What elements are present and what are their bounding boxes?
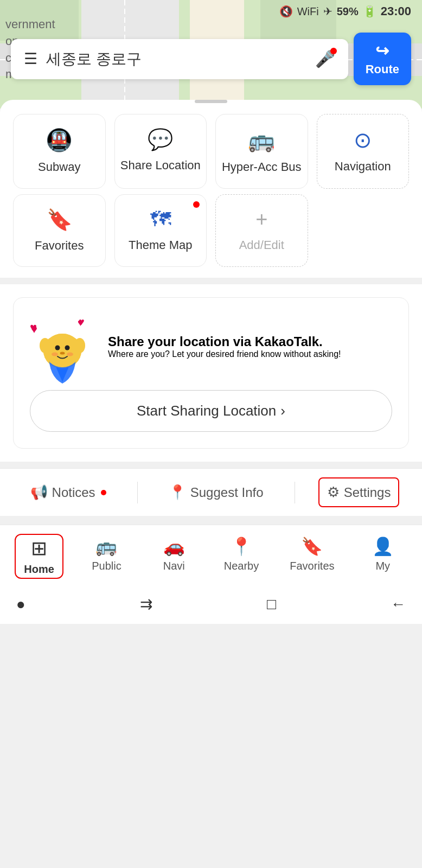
nav-label-public: Public <box>92 560 121 572</box>
add-edit-label: Add/Edit <box>239 238 284 253</box>
navigation-label: Navigation <box>335 159 391 175</box>
promo-subtitle: Where are you? Let your desired friend k… <box>108 349 341 359</box>
hyper-acc-bus-tile[interactable]: 🚌 Hyper-Acc Bus <box>215 114 308 189</box>
battery-percentage: 59% <box>337 5 359 18</box>
svg-point-23 <box>45 335 80 367</box>
section-divider-3 <box>0 516 422 525</box>
favorites-icon: 🔖 <box>47 208 72 232</box>
svg-point-25 <box>65 346 70 350</box>
android-back-button[interactable]: ← <box>391 596 406 613</box>
nav-label-home: Home <box>24 563 54 576</box>
svg-point-24 <box>55 346 60 350</box>
notices-notification-dot <box>101 490 106 495</box>
share-location-label: Share Location <box>120 158 201 174</box>
nav-item-my[interactable]: 👤 My <box>359 534 407 575</box>
settings-gear-icon: ⚙ <box>327 484 340 501</box>
route-button[interactable]: ↪ Route <box>354 33 411 85</box>
android-recents-button[interactable]: ⇉ <box>140 595 152 613</box>
notices-speaker-icon: 📢 <box>30 484 48 501</box>
route-arrow-icon: ↪ <box>375 41 389 60</box>
navigation-tile[interactable]: ⊙ Navigation <box>317 114 410 189</box>
battery-icon: 🔋 <box>363 5 376 18</box>
share-location-icon: 💬 <box>148 127 173 151</box>
hyper-acc-bus-icon: 🚌 <box>248 127 275 153</box>
svg-text:♥: ♥ <box>30 321 37 334</box>
promo-btn-arrow-icon: › <box>280 403 285 419</box>
start-sharing-label: Start Sharing Location <box>137 403 276 419</box>
nav-label-navi: Navi <box>163 560 185 572</box>
search-bar[interactable]: ☰ 세종로 종로구 🎤 <box>11 39 348 79</box>
clock: 23:00 <box>381 4 411 18</box>
favorites-tile[interactable]: 🔖 Favorites <box>13 194 106 267</box>
svg-point-26 <box>60 352 65 355</box>
airplane-icon: ✈ <box>323 5 333 18</box>
promo-text: Share your location via KakaoTalk. Where… <box>108 334 341 359</box>
theme-map-icon: 🗺 <box>150 208 171 231</box>
add-edit-tile[interactable]: + Add/Edit <box>215 194 308 267</box>
subway-tile[interactable]: 🚇 Subway <box>13 114 106 189</box>
theme-map-notification-dot <box>193 201 200 208</box>
promo-card: ♥ ♥ <box>13 297 409 449</box>
android-home-button[interactable]: □ <box>267 596 276 613</box>
home-grid-icon: ⊞ <box>31 537 47 560</box>
share-location-tile[interactable]: 💬 Share Location <box>114 114 207 189</box>
nav-item-public[interactable]: 🚌 Public <box>82 534 131 575</box>
search-bar-container: ☰ 세종로 종로구 🎤 ↪ Route <box>11 33 411 85</box>
nav-item-navi[interactable]: 🚗 Navi <box>150 534 199 575</box>
section-divider-1 <box>0 278 422 284</box>
nav-item-favorites[interactable]: 🔖 Favorites <box>284 534 340 575</box>
promo-title: Share your location via KakaoTalk. <box>108 334 341 349</box>
search-text: 세종로 종로구 <box>46 49 306 69</box>
svg-point-30 <box>74 340 84 353</box>
my-person-icon: 👤 <box>372 536 394 557</box>
nearby-pin-icon: 📍 <box>231 536 252 557</box>
quick-actions-row1: 🚇 Subway 💬 Share Location 🚌 Hyper-Acc Bu… <box>0 114 422 194</box>
promo-mascot: ♥ ♥ <box>30 314 95 379</box>
promo-section: ♥ ♥ <box>0 284 422 462</box>
settings-label: Settings <box>344 485 391 500</box>
subway-label: Subway <box>38 159 80 175</box>
promo-top: ♥ ♥ <box>30 314 392 379</box>
notices-label: Notices <box>52 485 95 500</box>
mic-container: 🎤 <box>315 49 335 68</box>
empty-tile <box>317 194 410 267</box>
suggest-info-label: Suggest Info <box>190 485 264 500</box>
toolbar-separator-1 <box>137 482 138 503</box>
bottom-toolbar: 📢 Notices 📍 Suggest Info ⚙ Settings <box>0 468 422 516</box>
nav-label-nearby: Nearby <box>224 560 259 572</box>
navi-car-icon: 🚗 <box>163 536 185 557</box>
toolbar-separator-2 <box>295 482 295 503</box>
mic-notification-dot <box>330 48 337 54</box>
navigation-icon: ⊙ <box>354 127 372 152</box>
svg-point-27 <box>52 353 58 356</box>
public-transit-icon: 🚌 <box>95 536 117 557</box>
start-sharing-location-button[interactable]: Start Sharing Location › <box>30 390 392 432</box>
suggest-info-pin-icon: 📍 <box>169 484 186 501</box>
subway-icon: 🚇 <box>46 127 73 153</box>
theme-map-tile[interactable]: 🗺 Theme Map <box>114 194 207 267</box>
suggest-info-button[interactable]: 📍 Suggest Info <box>161 478 271 506</box>
nav-label-my: My <box>375 560 390 572</box>
section-divider-2 <box>0 462 422 468</box>
nav-item-home[interactable]: ⊞ Home <box>15 534 63 579</box>
hyper-acc-bus-label: Hyper-Acc Bus <box>222 159 302 175</box>
notices-button[interactable]: 📢 Notices <box>23 478 114 506</box>
nav-label-favorites: Favorites <box>290 560 334 572</box>
settings-button[interactable]: ⚙ Settings <box>318 477 400 507</box>
android-nav-bar: ● ⇉ □ ← <box>0 584 422 624</box>
mute-icon: 🔇 <box>279 5 293 18</box>
svg-text:♥: ♥ <box>79 316 85 327</box>
android-circle-button[interactable]: ● <box>16 596 25 613</box>
favorites-label: Favorites <box>35 238 84 254</box>
hamburger-icon[interactable]: ☰ <box>24 50 37 68</box>
add-edit-icon: + <box>255 208 267 231</box>
nav-bar: ⊞ Home 🚌 Public 🚗 Navi 📍 Nearby 🔖 Favori… <box>0 525 422 584</box>
drag-handle[interactable] <box>195 100 227 103</box>
svg-point-28 <box>67 353 73 356</box>
nav-item-nearby[interactable]: 📍 Nearby <box>217 534 266 575</box>
bottom-sheet: 🚇 Subway 💬 Share Location 🚌 Hyper-Acc Bu… <box>0 100 422 624</box>
route-label: Route <box>366 62 399 76</box>
favorites-bookmark-icon: 🔖 <box>301 536 323 557</box>
svg-point-29 <box>41 340 51 353</box>
wifi-icon: WiFi <box>297 5 319 18</box>
